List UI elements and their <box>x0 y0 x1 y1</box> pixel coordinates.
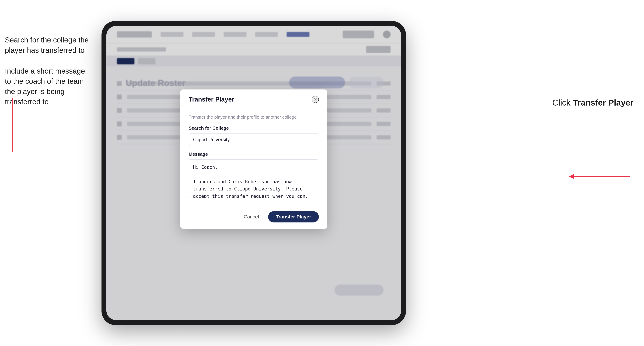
transfer-player-modal: Transfer Player × Transfer the player an… <box>180 89 327 229</box>
annotation-text-line2: player has transferred to <box>5 46 84 54</box>
modal-footer: Cancel Transfer Player <box>180 206 327 229</box>
message-textarea[interactable] <box>189 159 319 198</box>
annotation-text-line6: transferred to <box>5 98 49 106</box>
svg-marker-5 <box>569 174 574 179</box>
annotation-right-bold: Transfer Player <box>573 98 634 107</box>
modal-close-button[interactable]: × <box>312 96 319 103</box>
modal-description: Transfer the player and their profile to… <box>189 114 319 120</box>
cancel-button[interactable]: Cancel <box>239 212 264 222</box>
modal-title: Transfer Player <box>189 96 234 103</box>
search-college-input[interactable] <box>189 133 319 146</box>
modal-header: Transfer Player × <box>180 89 327 108</box>
close-icon: × <box>314 96 317 103</box>
modal-body: Transfer the player and their profile to… <box>180 108 327 206</box>
modal-overlay: Transfer Player × Transfer the player an… <box>106 26 401 320</box>
annotation-left-top: Search for the college the player has tr… <box>5 35 96 118</box>
search-college-label: Search for College <box>189 126 319 131</box>
tablet-screen: Update Roster Transfer Player × <box>106 26 401 320</box>
transfer-player-button[interactable]: Transfer Player <box>268 211 319 222</box>
tablet-frame: Update Roster Transfer Player × <box>102 21 406 325</box>
annotation-text-line5: the player is being <box>5 87 64 96</box>
annotation-text-line4: to the coach of the team <box>5 77 84 85</box>
annotation-right: Click Transfer Player <box>552 98 634 107</box>
annotation-text-line3: Include a short message <box>5 67 85 75</box>
message-label: Message <box>189 152 319 157</box>
annotation-text-line1: Search for the college the <box>5 36 89 44</box>
annotation-right-prefix: Click <box>552 98 573 107</box>
